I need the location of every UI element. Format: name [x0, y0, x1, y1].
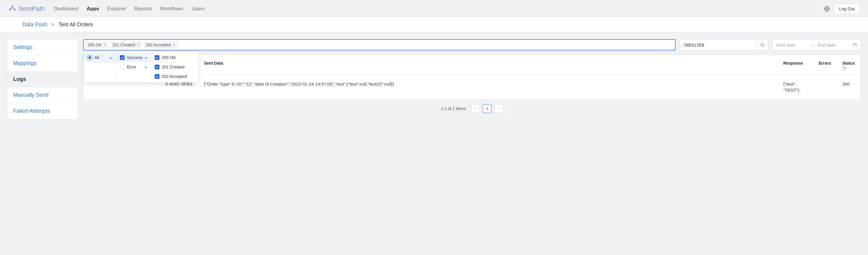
- cascade-option-error[interactable]: Error ▶: [116, 62, 151, 72]
- breadcrumb: Data Push > Test All Orders: [0, 18, 868, 32]
- filter-tag: 200 OK ✕: [86, 42, 108, 48]
- cascade-label: Error: [127, 65, 136, 69]
- nav-workflows[interactable]: Workflows: [160, 6, 183, 12]
- chevron-left-icon: [474, 107, 477, 110]
- filter-tag-label: 202 Accepted: [146, 42, 171, 47]
- filter-tag: 202 Accepted ✕: [144, 42, 178, 48]
- cascade-col-2: Success ▶ Error ▶: [116, 52, 151, 82]
- cascade-option-success[interactable]: Success ▶: [116, 53, 151, 62]
- breadcrumb-current: Test All Orders: [59, 22, 93, 28]
- filter-cascade-dropdown: All ▶ Success ▶ Error ▶: [84, 52, 198, 82]
- search-input[interactable]: [680, 39, 756, 51]
- nav-explorer[interactable]: Explorer: [107, 6, 126, 12]
- tag-remove-icon[interactable]: ✕: [173, 43, 175, 47]
- nav-apps[interactable]: Apps: [87, 6, 99, 12]
- topbar: ItemPath Dashboard Apps Explorer Reports…: [0, 0, 868, 18]
- arrow-right-icon: →: [811, 42, 815, 47]
- table-row: 0-404C-9FB3- {"Order Type":6,"ID":"12","…: [84, 75, 861, 99]
- status-filter-select[interactable]: 200 OK ✕ 201 Created ✕ 202 Accepted ✕: [83, 39, 676, 51]
- logs-table: Sent Data Response Errors Status ? 0-404…: [83, 55, 861, 99]
- checkbox-checked-icon: [120, 55, 125, 60]
- logout-button[interactable]: Log Out: [834, 4, 860, 14]
- cascade-col-1: All ▶: [84, 52, 116, 82]
- cascade-label: All: [94, 55, 99, 60]
- sidebar-item-failed-attempts[interactable]: Failed Attempts: [7, 103, 78, 119]
- chevron-right-icon: [497, 107, 500, 110]
- sidebar-item-manually-send[interactable]: Manually Send: [7, 87, 78, 103]
- logo-icon: [8, 5, 17, 13]
- checkbox-unchecked-icon: [120, 65, 125, 69]
- calendar-icon: [852, 43, 857, 47]
- col-header-status: Status ?: [837, 55, 861, 75]
- svg-rect-5: [853, 44, 857, 46]
- pagination-prev-button[interactable]: [471, 104, 480, 113]
- checkbox-indeterminate-icon: [87, 55, 92, 60]
- cascade-option-200[interactable]: 200 OK: [151, 53, 198, 62]
- cascade-option-all[interactable]: All ▶: [84, 53, 116, 62]
- cascade-option-201[interactable]: 201 Created: [151, 62, 198, 72]
- cascade-label: 201 Created: [162, 65, 185, 69]
- brand-name: ItemPath: [19, 5, 45, 13]
- filter-tag: 201 Created ✕: [110, 42, 142, 48]
- sidebar: Settings Mappings Logs Manually Send Fai…: [7, 39, 78, 119]
- sidebar-item-logs[interactable]: Logs: [7, 71, 78, 87]
- tag-remove-icon[interactable]: ✕: [103, 43, 106, 47]
- tag-remove-icon[interactable]: ✕: [137, 43, 140, 47]
- sidebar-item-mappings[interactable]: Mappings: [7, 56, 78, 71]
- nav-reports[interactable]: Reports: [134, 6, 152, 12]
- globe-icon[interactable]: [824, 6, 830, 12]
- pagination: 1-1 of 1 items 1: [83, 104, 861, 113]
- col-header-response: Response: [778, 55, 813, 75]
- checkbox-checked-icon: [155, 55, 159, 60]
- col-header-errors: Errors: [813, 55, 837, 75]
- breadcrumb-separator: >: [51, 22, 55, 28]
- search-icon: [760, 42, 765, 47]
- filter-tag-label: 201 Created: [112, 42, 135, 47]
- cascade-label: Success: [127, 55, 143, 60]
- logo[interactable]: ItemPath: [8, 5, 45, 13]
- pagination-page-1[interactable]: 1: [483, 104, 492, 113]
- cascade-col-3: 200 OK 201 Created 202 Accepted: [151, 52, 198, 82]
- date-range-picker[interactable]: Start date → End date: [772, 39, 861, 51]
- cascade-option-202[interactable]: 202 Accepted: [151, 72, 198, 81]
- nav-users[interactable]: Users: [192, 6, 205, 12]
- help-icon[interactable]: ?: [842, 66, 846, 70]
- filter-tag-label: 200 OK: [88, 42, 101, 47]
- breadcrumb-link[interactable]: Data Push: [23, 22, 47, 28]
- chevron-right-icon: ▶: [145, 56, 147, 59]
- chevron-right-icon: ▶: [145, 66, 147, 69]
- cell-errors: [813, 75, 837, 99]
- pagination-next-button[interactable]: [495, 104, 503, 113]
- search-button[interactable]: [756, 39, 768, 51]
- cascade-label: 200 OK: [162, 55, 176, 60]
- checkbox-checked-icon: [155, 74, 159, 79]
- end-date-placeholder: End date: [818, 42, 850, 47]
- status-header-label: Status: [842, 61, 855, 66]
- pagination-info: 1-1 of 1 items: [441, 106, 466, 111]
- cascade-label: 202 Accepted: [162, 74, 187, 79]
- start-date-placeholder: Start date: [776, 42, 809, 47]
- search-group: [680, 39, 768, 51]
- nav-dashboard[interactable]: Dashboard: [54, 6, 78, 12]
- sidebar-item-settings[interactable]: Settings: [7, 39, 78, 56]
- checkbox-checked-icon: [155, 65, 159, 69]
- chevron-right-icon: ▶: [110, 56, 113, 59]
- main-nav: Dashboard Apps Explorer Reports Workflow…: [54, 6, 824, 12]
- col-header-sent-data: Sent Data: [199, 55, 778, 75]
- svg-point-4: [761, 43, 764, 46]
- cell-status: 200: [837, 75, 861, 99]
- cell-response: {"test": "TEST"}: [778, 75, 813, 99]
- cell-sent-data: {"Order Type":6,"ID":"12","date of Creat…: [199, 75, 778, 99]
